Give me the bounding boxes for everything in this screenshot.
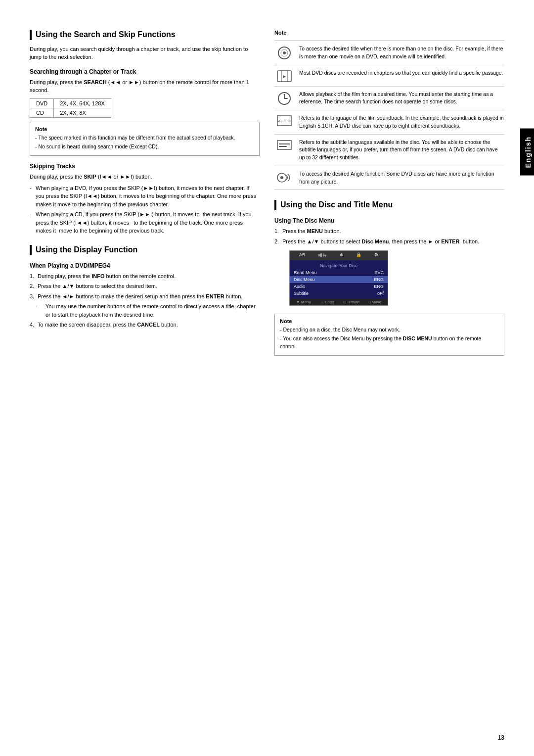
subsection-searching: Searching through a Chapter or Track Dur… <box>30 68 260 156</box>
subtitle-icon <box>277 140 292 150</box>
read-menu-label: Read Menu <box>294 270 317 275</box>
dvd-speeds: 2X, 4X, 64X, 128X <box>54 98 111 108</box>
skip-bullet-dvd: When playing a DVD, if you press the SKI… <box>30 184 260 209</box>
note-top-bold: Note <box>274 30 286 36</box>
icon-clock-text: Allows playback of the film from a desir… <box>299 91 504 106</box>
subsection-skipping: Skipping Tracks During play, press the S… <box>30 163 260 235</box>
disc-menu-label: Disc Menu <box>294 277 315 282</box>
chapters-icon-cell: ▶ <box>274 69 294 82</box>
disc-menu-row-subtitle: Subtitle oFf <box>290 290 388 297</box>
subsection-disc-menu: Using The Disc Menu 1. Press the MENU bu… <box>274 217 504 306</box>
icon-chapters-text: Most DVD discs are recorded in chapters … <box>299 69 504 77</box>
clock-icon <box>277 92 291 105</box>
subsection-skipping-title: Skipping Tracks <box>30 163 260 170</box>
disc-menu-value: ENG <box>374 277 384 282</box>
content-area: Using the Search and Skip Functions Duri… <box>30 30 504 726</box>
chapters-icon: ▶ <box>277 70 292 82</box>
subsection-dvd-mpeg4: When Playing a DVD/MPEG4 1. During play,… <box>30 262 260 329</box>
disc-menu-header: AB 메뉴 ⊕ 🔒 ⚙ <box>290 251 388 260</box>
icon-disc-text: To access the desired title when there i… <box>299 45 504 61</box>
page-number: 13 <box>498 734 504 741</box>
table-row-cd: CD 2X, 4X, 8X <box>30 108 111 117</box>
skip-bold: SKIP <box>84 174 96 180</box>
subtitle-icon-cell <box>274 139 294 150</box>
display-step3-note-item: You may use the number buttons of the re… <box>38 302 260 319</box>
disc-menu-row-audio: Audio ENG <box>290 283 388 290</box>
section-disc-title: Using the Disc and Title Menu Using The … <box>274 200 504 356</box>
display-step3: 3. Press the ◄/► buttons to make the des… <box>30 292 260 319</box>
display-steps: 1. During play, press the INFO button on… <box>30 272 260 329</box>
svg-point-16 <box>280 176 283 179</box>
subsection-dvd-mpeg4-title: When Playing a DVD/MPEG4 <box>30 262 260 269</box>
section-search-skip-intro: During play, you can search quickly thro… <box>30 45 260 61</box>
section-display-title: Using the Display Function <box>30 245 260 255</box>
icon-row-audio: AUDIO Refers to the language of the film… <box>274 110 504 135</box>
display-step3-note: You may use the number buttons of the re… <box>38 302 260 319</box>
disc-step2: 2. Press the ▲/▼ buttons to select Disc … <box>274 237 504 246</box>
icon-row-disc: To access the desired title when there i… <box>274 41 504 65</box>
footer-menu: ▼ Menu <box>296 300 311 304</box>
angle-icon <box>277 171 292 184</box>
disc-menu-nav-title: Navigate Your Disc <box>290 262 388 269</box>
icon-audio-text: Refers to the language of the film sound… <box>299 114 504 130</box>
disc-menu-body: Navigate Your Disc Read Menu SVC Disc Me… <box>290 260 388 299</box>
note-bottom-label: Note <box>280 318 499 324</box>
display-step4: 4. To make the screen disappear, press t… <box>30 321 260 329</box>
audio-icon: AUDIO <box>277 115 292 126</box>
section-display: Using the Display Function When Playing … <box>30 245 260 329</box>
note-search-item2: - No sound is heard during search mode (… <box>35 143 254 151</box>
header-menu: 메뉴 <box>318 252 327 259</box>
disc-menu-row-read: Read Menu SVC <box>290 269 388 276</box>
disc-menu-row-disc: Disc Menu ENG <box>290 276 388 283</box>
display-step1: 1. During play, press the INFO button on… <box>30 272 260 281</box>
footer-return: ⊙ Return <box>343 300 359 304</box>
cd-speeds: 2X, 4X, 8X <box>54 108 111 117</box>
section-search-skip: Using the Search and Skip Functions Duri… <box>30 30 260 235</box>
subtitle-label: Subtitle <box>294 291 309 296</box>
header-plus: ⊕ <box>340 252 344 259</box>
disc-menu-frame: AB 메뉴 ⊕ 🔒 ⚙ Navigate Your Disc Read Men <box>289 250 388 306</box>
disc-menu-bold: DISC MENU <box>403 335 432 341</box>
disc-icon-cell <box>274 45 294 60</box>
audio-label: Audio <box>294 284 305 289</box>
skip-bullet-cd: When playing a CD, if you press the SKIP… <box>30 210 260 235</box>
display-step2: 2. Press the ▲/▼ buttons to select the d… <box>30 282 260 290</box>
disc-menu-ui: AB 메뉴 ⊕ 🔒 ⚙ Navigate Your Disc Read Men <box>289 250 504 306</box>
section-search-skip-title: Using the Search and Skip Functions <box>30 30 260 40</box>
english-tab: English <box>520 129 534 176</box>
cd-label: CD <box>30 108 54 117</box>
subsection-searching-title: Searching through a Chapter or Track <box>30 68 260 75</box>
subtitle-value: oFf <box>377 291 384 296</box>
note-top-label: Note <box>274 30 504 36</box>
svg-text:AUDIO: AUDIO <box>278 119 290 123</box>
clock-icon-cell <box>274 91 294 105</box>
header-lock: 🔒 <box>356 252 361 259</box>
disc-step1: 1. Press the MENU button. <box>274 227 504 236</box>
section-disc-title-heading: Using the Disc and Title Menu <box>274 200 504 210</box>
skipping-intro: During play, press the SKIP (I◄◄ or ►►I)… <box>30 173 260 181</box>
dvd-label: DVD <box>30 98 54 108</box>
icon-row-angle: To access the desired Angle function. So… <box>274 166 504 190</box>
icon-row-chapters: ▶ Most DVD discs are recorded in chapter… <box>274 65 504 87</box>
disc-menu-title: Using The Disc Menu <box>274 217 504 224</box>
svg-rect-12 <box>277 141 291 149</box>
icon-angle-text: To access the desired Angle function. So… <box>299 170 504 186</box>
icon-row-subtitle: Refers to the subtitle languages availab… <box>274 135 504 166</box>
header-gear: ⚙ <box>374 252 378 259</box>
disc-menu-footer: ▼ Menu → Enter ⊙ Return □ Move <box>290 299 388 305</box>
subsection-searching-body: During play, press the SEARCH (◄◄ or ►►)… <box>30 78 260 94</box>
angle-icon-cell <box>274 170 294 184</box>
icon-row-clock: Allows playback of the film from a desir… <box>274 87 504 111</box>
search-bold: SEARCH <box>84 79 106 85</box>
note-bottom: Note - Depending on a disc, the Disc Men… <box>274 314 504 356</box>
left-column: Using the Search and Skip Functions Duri… <box>30 30 260 726</box>
audio-icon-cell: AUDIO <box>274 114 294 126</box>
note-search-label: Note <box>35 126 254 132</box>
icon-table: To access the desired title when there i… <box>274 41 504 190</box>
icon-subtitle-text: Refers to the subtitle languages availab… <box>299 139 504 162</box>
read-menu-value: SVC <box>374 270 384 275</box>
skipping-bullets: When playing a DVD, if you press the SKI… <box>30 184 260 235</box>
svg-text:▶: ▶ <box>283 74 286 79</box>
audio-value: ENG <box>374 284 384 289</box>
note-bottom-item2: - You can also access the Disc Menu by p… <box>280 335 499 351</box>
